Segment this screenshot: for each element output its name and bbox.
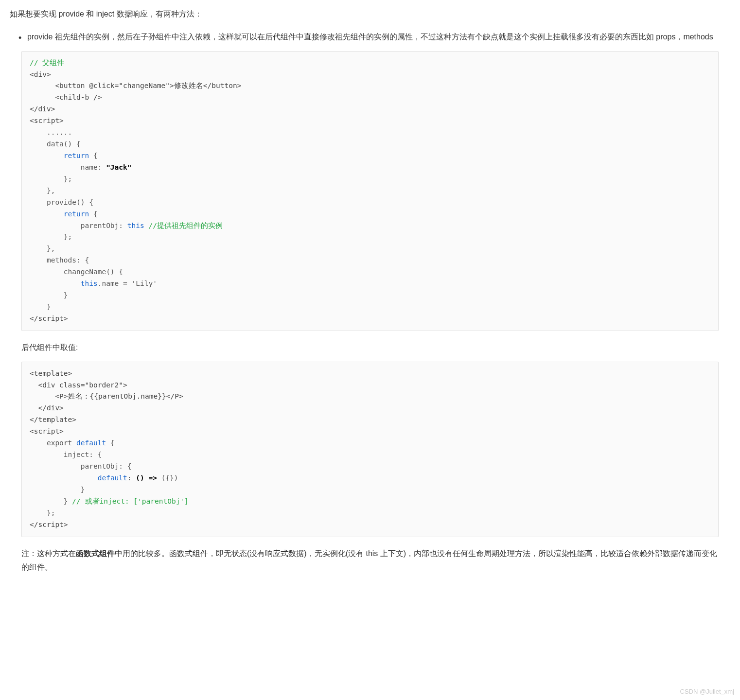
- code-string: "Jack": [106, 163, 131, 171]
- code-line: {: [89, 152, 97, 159]
- code-line: </script>: [30, 521, 68, 528]
- code-line: export: [30, 439, 76, 447]
- code-line: methods: {: [30, 256, 89, 264]
- code-line: <div class="border2">: [30, 381, 127, 389]
- code-line: },: [30, 245, 55, 252]
- code-line: </script>: [30, 315, 68, 322]
- code-line: <script>: [30, 427, 64, 435]
- code-line: }: [30, 291, 68, 299]
- code-line: data() {: [30, 140, 81, 148]
- note-bold: 函数式组件: [76, 549, 115, 558]
- note-paragraph: 注：这种方式在函数式组件中用的比较多。函数式组件，即无状态(没有响应式数据)，无…: [21, 547, 719, 575]
- code-comment: // 父组件: [30, 59, 64, 67]
- code-line: <template>: [30, 369, 72, 377]
- code-line: .name = 'Lily': [98, 280, 157, 287]
- code-line: }: [30, 486, 85, 493]
- code-line: <P>姓名：{{parentObj.name}}</P>: [30, 392, 183, 400]
- code-line: };: [30, 175, 72, 183]
- method-item-1: provide 祖先组件的实例，然后在子孙组件中注入依赖，这样就可以在后代组件中…: [18, 30, 730, 44]
- code-line: }: [30, 303, 51, 311]
- code-line: parentObj:: [30, 222, 127, 229]
- note-suffix: 中用的比较多。函数式组件，即无状态(没有响应式数据)，无实例化(没有 this …: [21, 549, 717, 572]
- code-keyword: default: [76, 439, 106, 447]
- note-prefix: 注：这种方式在: [21, 549, 76, 558]
- code-line: ({}): [157, 474, 178, 482]
- code-comment: //提供祖先组件的实例: [148, 222, 222, 229]
- code-line: :: [127, 474, 136, 482]
- code-keyword: return: [64, 210, 89, 218]
- code-block-descendant-component: <template> <div class="border2"> <P>姓名：{…: [21, 362, 719, 537]
- code-line: <div>: [30, 70, 51, 78]
- code-line: provide() {: [30, 198, 93, 206]
- code-keyword: default: [98, 474, 127, 482]
- code-line: <button @click="changeName">修改姓名</button…: [30, 82, 241, 89]
- code-line: }: [30, 497, 72, 505]
- code-line: changeName() {: [30, 268, 123, 276]
- code-comment: // 或者inject: ['parentObj']: [72, 497, 189, 505]
- code-line: </div>: [30, 404, 64, 412]
- code-line: {: [106, 439, 114, 447]
- method-list: provide 祖先组件的实例，然后在子孙组件中注入依赖，这样就可以在后代组件中…: [10, 30, 730, 44]
- code-line: name:: [30, 163, 106, 171]
- code-keyword: return: [64, 152, 89, 159]
- code-line: </template>: [30, 416, 76, 423]
- code-line: </div>: [30, 105, 55, 113]
- code-line: inject: {: [30, 451, 102, 458]
- code-line: };: [30, 509, 55, 517]
- code-line: ......: [30, 128, 72, 136]
- code-block-parent-component: // 父组件 <div> <button @click="changeName"…: [21, 51, 719, 331]
- sub-heading-descendant: 后代组件中取值:: [21, 341, 719, 355]
- code-line: };: [30, 233, 72, 241]
- code-line: parentObj: {: [30, 462, 132, 470]
- code-keyword: this: [127, 222, 144, 229]
- code-keyword: this: [81, 280, 98, 287]
- code-line: },: [30, 187, 55, 194]
- code-line: <script>: [30, 117, 64, 124]
- intro-paragraph: 如果想要实现 provide 和 inject 数据响应，有两种方法：: [10, 7, 730, 21]
- code-bold: () =>: [136, 474, 157, 482]
- code-line: <child-b />: [30, 93, 102, 101]
- code-line: {: [89, 210, 97, 218]
